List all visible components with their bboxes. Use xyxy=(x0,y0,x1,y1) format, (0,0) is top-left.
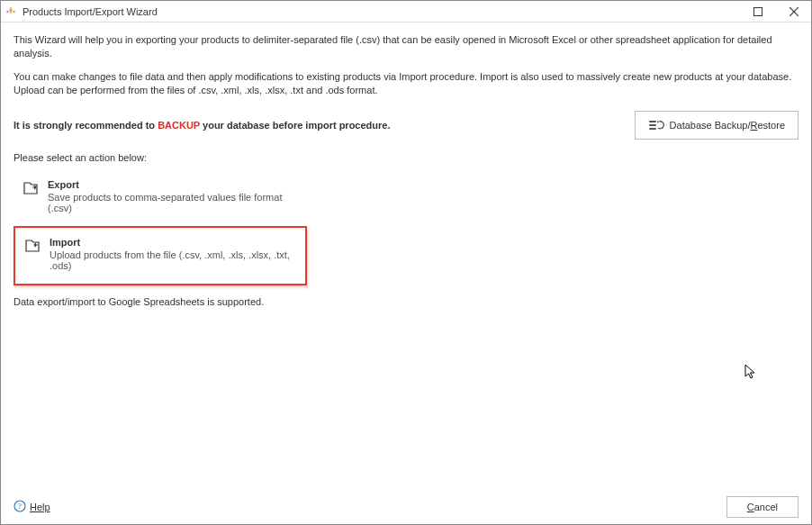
import-option-text: Import Upload products from the file (.c… xyxy=(50,237,296,271)
window-title: Products Import/Export Wizard xyxy=(23,6,744,17)
intro-paragraph-2: You can make changes to file data and th… xyxy=(14,70,798,98)
svg-rect-5 xyxy=(649,128,656,130)
export-option-title: Export xyxy=(48,179,298,190)
wizard-footer: ? Help Cancel xyxy=(1,490,811,524)
import-icon xyxy=(24,238,41,254)
svg-rect-4 xyxy=(649,124,656,126)
close-button[interactable] xyxy=(780,3,807,21)
wizard-content: This Wizard will help you in exporting y… xyxy=(1,23,811,490)
import-option-desc: Upload products from the file (.csv, .xm… xyxy=(50,249,296,271)
database-backup-icon xyxy=(648,119,663,131)
maximize-button[interactable] xyxy=(744,3,771,21)
import-option-title: Import xyxy=(50,237,296,248)
help-link[interactable]: ? Help xyxy=(14,500,50,514)
titlebar: Products Import/Export Wizard xyxy=(1,1,811,23)
recommend-prefix: It is strongly recommended to xyxy=(14,120,158,131)
svg-rect-0 xyxy=(754,7,762,15)
help-icon: ? xyxy=(14,500,26,514)
recommend-suffix: your database before import procedure. xyxy=(200,120,391,131)
recommend-text: It is strongly recommended to BACKUP you… xyxy=(14,120,391,131)
import-option[interactable]: Import Upload products from the file (.c… xyxy=(14,226,307,285)
intro-paragraph-1: This Wizard will help you in exporting y… xyxy=(14,33,798,61)
backup-button-label: Database Backup/Restore xyxy=(670,120,785,131)
svg-rect-3 xyxy=(649,121,656,122)
recommend-backup: BACKUP xyxy=(158,120,200,131)
app-icon xyxy=(5,5,17,18)
database-backup-restore-button[interactable]: Database Backup/Restore xyxy=(635,111,798,140)
export-option-desc: Save products to comma-separated values … xyxy=(48,192,298,213)
recommend-row: It is strongly recommended to BACKUP you… xyxy=(14,111,798,140)
export-option[interactable]: Export Save products to comma-separated … xyxy=(14,172,307,221)
export-icon xyxy=(23,180,39,196)
cancel-button[interactable]: Cancel xyxy=(726,496,798,518)
google-spreadsheets-note: Data export/import to Google Spreadsheet… xyxy=(14,296,798,307)
help-label: Help xyxy=(30,502,50,512)
svg-text:?: ? xyxy=(18,502,22,511)
window-controls xyxy=(744,3,807,21)
export-option-text: Export Save products to comma-separated … xyxy=(48,179,298,213)
select-action-label: Please select an action below: xyxy=(14,152,798,163)
